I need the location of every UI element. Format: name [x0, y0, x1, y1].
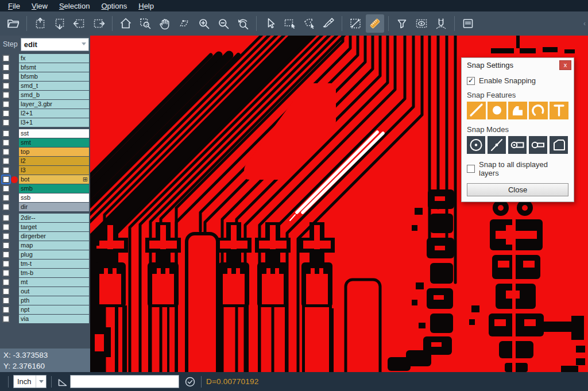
close-icon[interactable]: x [559, 60, 571, 70]
layer-row-dir[interactable]: dir [0, 203, 90, 211]
layer-row-via[interactable]: via [0, 315, 90, 323]
toolbar-overflow-chevron[interactable]: ‹ [583, 20, 586, 28]
layer-checkbox[interactable] [2, 185, 10, 192]
view-right-icon[interactable] [90, 14, 108, 33]
layer-row-l2+1[interactable]: l2+1 [0, 109, 90, 118]
layer-row-l3+1[interactable]: l3+1 [0, 118, 90, 127]
step-select[interactable]: edit [21, 38, 89, 51]
layer-name[interactable]: smb [19, 184, 89, 193]
menu-view[interactable]: View [26, 1, 53, 11]
layer-checkbox[interactable] [2, 260, 10, 268]
layer-name[interactable]: plug [19, 250, 89, 259]
snap-mode-slot-outline-button[interactable] [529, 136, 547, 154]
layer-row-target[interactable]: target [0, 223, 90, 231]
layer-name[interactable]: npt [19, 305, 89, 314]
layer-name[interactable]: smd_b [19, 91, 89, 99]
pan-hand-icon[interactable] [156, 14, 174, 33]
layer-name[interactable]: tm-t [19, 260, 89, 268]
select-cursor-icon[interactable] [261, 14, 279, 33]
enable-snapping-checkbox[interactable]: ✓ [467, 77, 475, 85]
layer-name[interactable]: bfsmb [19, 72, 89, 81]
layer-checkbox[interactable] [2, 110, 10, 117]
layer-row-dirgerber[interactable]: dirgerber [0, 232, 90, 241]
layer-checkbox[interactable] [2, 139, 10, 146]
layer-row-mt[interactable]: mt [0, 278, 90, 287]
snap-all-layers-checkbox[interactable] [467, 165, 475, 173]
layer-checkbox[interactable] [2, 55, 10, 62]
layer-row-tm-b[interactable]: tm-b [0, 269, 90, 277]
layer-name[interactable]: bfsmt [19, 63, 89, 72]
layer-name[interactable]: layer_3.gbr [19, 100, 89, 109]
layer-row-2dir--[interactable]: 2dir-- [0, 214, 90, 222]
layer-checkbox[interactable] [2, 214, 10, 222]
zoom-in-icon[interactable] [195, 14, 213, 33]
select-rectangle-icon[interactable] [280, 14, 299, 33]
layer-row-top[interactable]: top [0, 148, 90, 156]
layer-checkbox[interactable] [2, 315, 10, 323]
layer-checkbox[interactable] [2, 288, 10, 295]
layer-name[interactable]: via [19, 315, 89, 323]
layer-checkbox[interactable] [2, 167, 10, 174]
menu-help[interactable]: Help [133, 1, 160, 11]
layer-checkbox[interactable] [2, 64, 10, 71]
snap-mode-center-button[interactable] [467, 136, 485, 154]
apply-check-icon[interactable] [184, 375, 196, 388]
layer-row-l2[interactable]: l2 [0, 157, 90, 165]
layer-name[interactable]: dir [19, 203, 89, 211]
layer-name[interactable]: bot⊞ [19, 175, 89, 184]
layer-checkbox[interactable] [2, 269, 10, 277]
snap-feature-text-button[interactable] [550, 102, 568, 119]
layer-checkbox[interactable] [2, 223, 10, 231]
unit-select[interactable]: Inch [13, 375, 47, 388]
layer-row-tm-t[interactable]: tm-t [0, 260, 90, 268]
menu-selection[interactable]: Selection [53, 1, 95, 11]
layer-name[interactable]: ssb [19, 193, 89, 202]
layer-checkbox[interactable] [2, 306, 10, 313]
layer-row-sst[interactable]: sst [0, 129, 90, 138]
snap-feature-pad-button[interactable] [488, 102, 506, 119]
menu-options[interactable]: Options [95, 1, 133, 11]
command-input[interactable] [70, 375, 179, 388]
layer-name[interactable]: out [19, 287, 89, 296]
layer-row-npt[interactable]: npt [0, 305, 90, 314]
layer-checkbox[interactable] [2, 194, 10, 202]
ruler-measure-icon[interactable] [366, 14, 384, 33]
paint-icon[interactable] [319, 14, 338, 33]
select-polygon-icon[interactable] [300, 14, 318, 33]
zoom-window-icon[interactable] [136, 14, 154, 33]
layer-checkbox[interactable] [2, 176, 10, 183]
layer-name[interactable]: tm-b [19, 269, 89, 277]
grid-icon[interactable]: ⊞ [83, 175, 88, 184]
snap-feature-surface-button[interactable] [508, 102, 527, 119]
snap-feature-arc-button[interactable] [529, 102, 548, 119]
layer-name[interactable]: sst [19, 129, 89, 138]
layer-row-layer_3.gbr[interactable]: layer_3.gbr [0, 100, 90, 109]
layer-name[interactable]: 2dir-- [19, 214, 89, 222]
layer-name[interactable]: l3 [19, 166, 89, 175]
layer-name[interactable]: smt [19, 138, 89, 147]
layer-checkbox[interactable] [2, 130, 10, 137]
layer-row-pth[interactable]: pth [0, 296, 90, 305]
snap-feature-line-button[interactable] [467, 102, 486, 119]
layer-row-smd_b[interactable]: smd_b [0, 91, 90, 99]
layer-row-plug[interactable]: plug [0, 250, 90, 259]
layer-row-fx[interactable]: fx [0, 54, 90, 63]
layer-checkbox[interactable] [2, 233, 10, 240]
layer-checkbox[interactable] [2, 297, 10, 304]
layer-checkbox[interactable] [2, 148, 10, 156]
layer-checkbox[interactable] [2, 119, 10, 126]
view-down-icon[interactable] [51, 14, 69, 33]
layer-row-out[interactable]: out [0, 287, 90, 296]
visibility-icon[interactable] [412, 14, 431, 33]
layer-row-map[interactable]: map [0, 241, 90, 250]
layer-checkbox[interactable] [2, 82, 10, 90]
layer-checkbox[interactable] [2, 100, 10, 108]
layer-row-bfsmt[interactable]: bfsmt [0, 63, 90, 72]
home-view-icon[interactable] [117, 14, 135, 33]
layer-name[interactable]: l3+1 [19, 118, 89, 127]
filter-icon[interactable] [393, 14, 411, 33]
layer-name[interactable]: pth [19, 296, 89, 305]
layer-name[interactable]: l2 [19, 157, 89, 165]
layer-row-bot[interactable]: bot⊞ [0, 175, 90, 184]
layer-name[interactable]: mt [19, 278, 89, 287]
